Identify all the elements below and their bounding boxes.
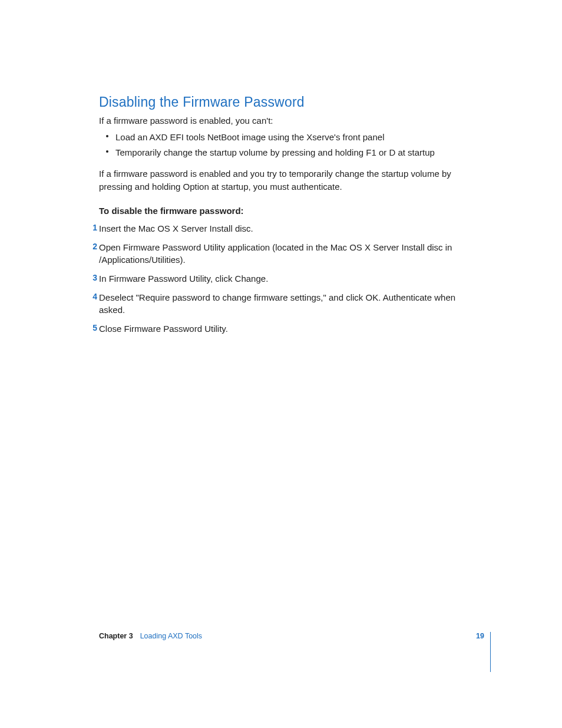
step-number: 3 <box>89 272 97 284</box>
bullet-item: Load an AXD EFI tools NetBoot image usin… <box>99 130 476 144</box>
step-text: Close Firmware Password Utility. <box>99 324 228 334</box>
bullet-list: Load an AXD EFI tools NetBoot image usin… <box>99 130 476 159</box>
step-item: 1 Insert the Mac OS X Server Install dis… <box>99 222 476 235</box>
note-text: If a firmware password is enabled and yo… <box>99 167 476 193</box>
step-text: Open Firmware Password Utility applicati… <box>99 242 452 265</box>
bullet-icon <box>106 135 108 137</box>
step-item: 5 Close Firmware Password Utility. <box>99 322 476 335</box>
footer-left: Chapter 3 Loading AXD Tools <box>99 632 202 640</box>
bullet-text: Temporarily change the startup volume by… <box>115 147 435 157</box>
bullet-item: Temporarily change the startup volume by… <box>99 146 476 159</box>
footer-page-number: 19 <box>476 632 490 640</box>
step-item: 3 In Firmware Password Utility, click Ch… <box>99 272 476 285</box>
footer-chapter-title: Loading AXD Tools <box>140 632 202 640</box>
section-heading: Disabling the Firmware Password <box>99 94 476 110</box>
bullet-icon <box>106 150 108 153</box>
bullet-text: Load an AXD EFI tools NetBoot image usin… <box>115 132 384 142</box>
step-text: Deselect "Require password to change fir… <box>99 292 455 315</box>
step-number: 1 <box>89 222 97 234</box>
step-item: 2 Open Firmware Password Utility applica… <box>99 241 476 266</box>
step-number: 2 <box>89 241 97 253</box>
step-number: 5 <box>89 322 97 334</box>
page-footer: Chapter 3 Loading AXD Tools 19 <box>99 632 491 672</box>
step-text: In Firmware Password Utility, click Chan… <box>99 274 268 284</box>
step-item: 4 Deselect "Require password to change f… <box>99 291 476 316</box>
page-content: Disabling the Firmware Password If a fir… <box>99 94 476 335</box>
footer-chapter-label: Chapter 3 <box>99 632 133 640</box>
intro-text: If a firmware password is enabled, you c… <box>99 115 476 127</box>
step-number: 4 <box>89 291 97 303</box>
step-text: Insert the Mac OS X Server Install disc. <box>99 223 253 233</box>
steps-title: To disable the firmware password: <box>99 206 476 216</box>
